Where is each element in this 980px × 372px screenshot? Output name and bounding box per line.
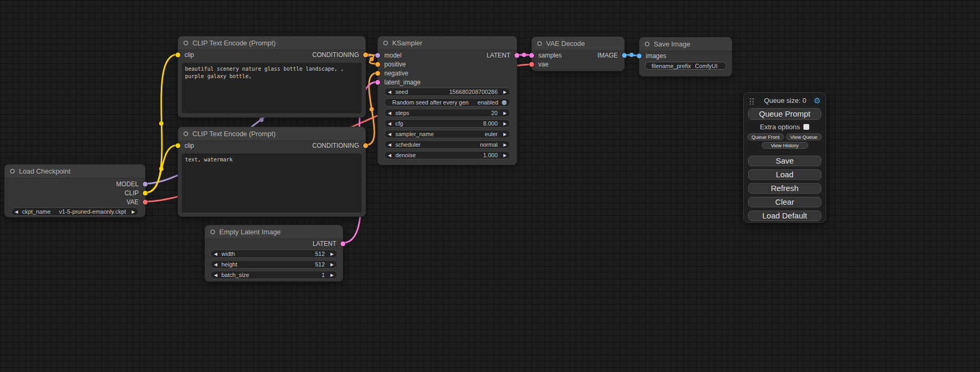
decrement-arrow-icon[interactable]: ◀	[388, 121, 394, 126]
output-slot-latent[interactable]	[341, 241, 345, 246]
height-widget[interactable]: ◀ height 512 ▶	[210, 260, 337, 269]
output-label-vae: VAE	[127, 198, 139, 206]
collapse-dot-icon[interactable]	[537, 41, 542, 46]
output-slot-conditioning[interactable]	[363, 52, 368, 57]
width-widget[interactable]: ◀ width 512 ▶	[210, 250, 337, 258]
toggle-knob-icon[interactable]	[502, 100, 507, 105]
node-vae-decode[interactable]: VAE Decode samples IMAGE vae	[531, 36, 625, 71]
extra-options-checkbox[interactable]	[803, 124, 809, 130]
random-seed-toggle[interactable]: Random seed after every gen enabled	[384, 98, 510, 107]
increment-arrow-icon[interactable]: ▶	[500, 142, 507, 147]
node-clip-text-encode-negative[interactable]: CLIP Text Encode (Prompt) clip CONDITION…	[178, 127, 366, 217]
node-title-bar[interactable]: VAE Decode	[532, 37, 624, 51]
node-title-bar[interactable]: CLIP Text Encode (Prompt)	[178, 127, 365, 141]
input-slot-positive[interactable]	[375, 62, 380, 66]
scheduler-widget[interactable]: ◀ scheduler normal ▶	[384, 140, 510, 149]
load-default-button[interactable]: Load Default	[748, 211, 821, 221]
slot-row-samples-image: samples IMAGE	[532, 51, 624, 60]
prompt-textarea[interactable]: text, watermark	[182, 154, 362, 213]
decrement-arrow-icon[interactable]: ◀	[214, 262, 220, 267]
refresh-button[interactable]: Refresh	[748, 183, 821, 194]
output-label-clip: CLIP	[124, 189, 139, 197]
prompt-textarea[interactable]: beautiful scenery nature glass bottle la…	[182, 63, 362, 113]
collapse-dot-icon[interactable]	[645, 42, 649, 46]
view-queue-button[interactable]: View Queue	[786, 133, 822, 140]
widget-value: ComfyUI	[695, 63, 717, 69]
output-slot-image[interactable]	[622, 53, 627, 58]
steps-widget[interactable]: ◀ steps 20 ▶	[384, 109, 510, 117]
output-row-clip: CLIP	[5, 188, 145, 197]
output-slot-clip[interactable]	[143, 190, 148, 195]
decrement-arrow-icon[interactable]: ◀	[388, 90, 394, 94]
node-save-image[interactable]: Save Image images filename_prefix ComfyU…	[639, 37, 732, 77]
input-slot-model[interactable]	[375, 53, 380, 58]
node-title-bar[interactable]: Load Checkpoint	[5, 165, 145, 178]
collapse-dot-icon[interactable]	[210, 230, 215, 234]
increment-arrow-icon[interactable]: ▶	[327, 262, 334, 267]
collapse-dot-icon[interactable]	[10, 169, 15, 174]
queue-front-button[interactable]: Queue Front	[748, 133, 784, 140]
decrement-arrow-icon[interactable]: ◀	[214, 252, 220, 256]
node-clip-text-encode-positive[interactable]: CLIP Text Encode (Prompt) clip CONDITION…	[178, 36, 366, 118]
settings-gear-icon[interactable]: ⚙	[814, 97, 821, 104]
ckpt-name-widget[interactable]: ◀ ckpt_name v1-5-pruned-emaonly.ckpt ▶	[11, 207, 139, 216]
collapse-dot-icon[interactable]	[383, 41, 388, 45]
increment-arrow-icon[interactable]: ▶	[500, 121, 507, 126]
sampler-name-widget[interactable]: ◀ sampler_name euler ▶	[384, 130, 510, 138]
slot-row-model-latent: model LATENT	[378, 51, 517, 60]
batch-size-widget[interactable]: ◀ batch_size 1 ▶	[210, 271, 337, 279]
input-label-latent-image: latent_image	[384, 79, 421, 86]
clear-button[interactable]: Clear	[748, 197, 821, 207]
decrement-arrow-icon[interactable]: ◀	[388, 132, 394, 137]
increment-arrow-icon[interactable]: ▶	[500, 90, 507, 94]
slot-row-clip-conditioning: clip CONDITIONING	[178, 50, 365, 59]
output-slot-latent[interactable]	[515, 53, 519, 58]
output-label-conditioning: CONDITIONING	[312, 142, 359, 149]
increment-arrow-icon[interactable]: ▶	[327, 252, 334, 256]
input-slot-vae[interactable]	[529, 62, 534, 66]
output-slot-vae[interactable]	[143, 199, 148, 204]
collapse-dot-icon[interactable]	[183, 131, 188, 136]
drag-handle-icon[interactable]	[749, 97, 754, 104]
node-load-checkpoint[interactable]: Load Checkpoint MODEL CLIP VAE ◀ ckpt_na…	[4, 164, 145, 217]
node-title-bar[interactable]: KSampler	[378, 36, 517, 50]
increment-arrow-icon[interactable]: ▶	[500, 111, 507, 116]
increment-arrow-icon[interactable]: ▶	[500, 132, 507, 137]
graph-canvas[interactable]: Load Checkpoint MODEL CLIP VAE ◀ ckpt_na…	[0, 0, 980, 372]
increment-arrow-icon[interactable]: ▶	[500, 153, 507, 158]
decrement-arrow-icon[interactable]: ◀	[15, 209, 21, 214]
input-slot-clip[interactable]	[176, 143, 180, 148]
input-row-positive: positive	[378, 60, 517, 69]
decrement-arrow-icon[interactable]: ◀	[214, 273, 220, 278]
cfg-widget[interactable]: ◀ cfg 8.000 ▶	[384, 119, 510, 128]
view-history-button[interactable]: View History	[762, 142, 808, 149]
node-ksampler[interactable]: KSampler model LATENT positive negative …	[377, 36, 517, 165]
seed-widget[interactable]: ◀ seed 156680208700286 ▶	[384, 88, 510, 96]
output-slot-conditioning[interactable]	[363, 143, 368, 148]
decrement-arrow-icon[interactable]: ◀	[388, 111, 394, 116]
input-slot-samples[interactable]	[529, 53, 534, 58]
input-slot-images[interactable]	[637, 53, 642, 58]
decrement-arrow-icon[interactable]: ◀	[388, 153, 394, 158]
decrement-arrow-icon[interactable]: ◀	[388, 142, 394, 147]
widget-value: 512	[315, 251, 325, 257]
queue-prompt-button[interactable]: Queue Prompt	[748, 108, 821, 120]
load-button[interactable]: Load	[748, 169, 821, 180]
denoise-widget[interactable]: ◀ denoise 1.000 ▶	[384, 151, 510, 159]
increment-arrow-icon[interactable]: ▶	[129, 209, 135, 214]
widget-label: Random seed after every gen	[392, 99, 469, 106]
node-title-bar[interactable]: Save Image	[639, 37, 732, 51]
node-title-bar[interactable]: CLIP Text Encode (Prompt)	[178, 36, 365, 50]
increment-arrow-icon[interactable]: ▶	[327, 273, 334, 278]
filename-prefix-widget[interactable]: filename_prefix ComfyUI	[645, 62, 726, 70]
input-slot-negative[interactable]	[375, 71, 380, 75]
node-empty-latent-image[interactable]: Empty Latent Image LATENT ◀ width 512 ▶ …	[205, 225, 343, 282]
input-slot-clip[interactable]	[176, 52, 180, 57]
node-title-bar[interactable]: Empty Latent Image	[205, 225, 343, 239]
input-slot-latent-image[interactable]	[375, 80, 380, 84]
save-button[interactable]: Save	[748, 156, 821, 166]
collapse-dot-icon[interactable]	[183, 41, 188, 45]
node-title: CLIP Text Encode (Prompt)	[192, 39, 276, 47]
widget-label: ckpt_name	[22, 208, 51, 215]
output-slot-model[interactable]	[143, 182, 148, 186]
